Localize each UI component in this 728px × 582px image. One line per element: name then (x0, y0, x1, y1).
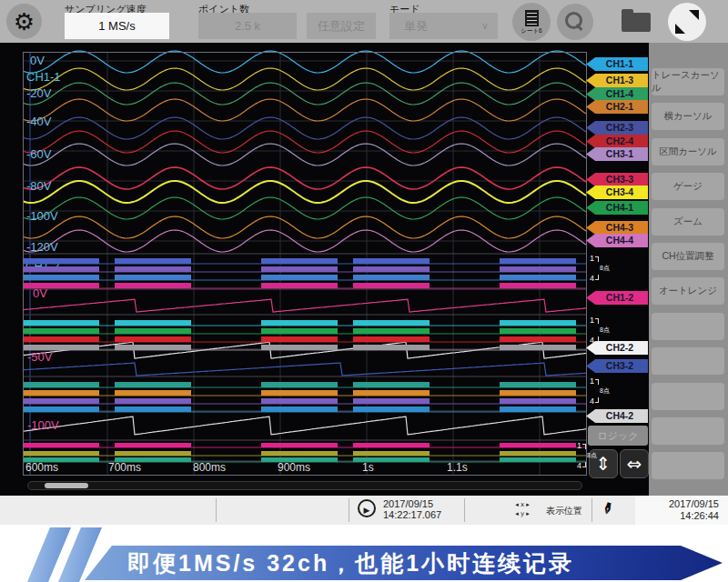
channel-tag-ch1-4[interactable]: CH1-4 (586, 87, 648, 101)
statusbar-separator (592, 498, 592, 522)
channel-tag-ch3-2[interactable]: CH3-2 (586, 359, 648, 373)
banner-text: 即便1MS/s 32ch，也能1小时连续记录 (127, 546, 574, 580)
logic-high-bar (353, 328, 430, 334)
logic-high-bar (23, 443, 99, 447)
x-axis-label: x (521, 501, 524, 508)
scale-label: -60V (26, 147, 52, 161)
trigger-time: 14:22:17.067 (383, 509, 441, 520)
logic-high-bar (500, 382, 576, 387)
logic-high-bar (261, 451, 338, 456)
mode-select[interactable]: 単発 ∨ (389, 13, 498, 39)
sheet-button[interactable]: シート6 (512, 3, 551, 41)
fullscreen-button[interactable] (668, 3, 706, 41)
logic-high-bar (500, 266, 576, 272)
sampling-rate-value[interactable]: 1 MS/s (65, 13, 169, 39)
channel-tag-ch3-3[interactable]: CH3-3 (586, 173, 648, 186)
channel-tag-ch1-3[interactable]: CH1-3 (586, 74, 648, 87)
scale-label: -20V (26, 86, 52, 100)
sine-wave-CH1-1 (24, 51, 586, 73)
logic-high-bar (353, 382, 430, 387)
recorder-screen: ⚙ サンプリング速度 1 MS/s ポイント数 2.5 k 任意設定 モード 単… (0, 0, 728, 582)
sidebar-button-ズーム[interactable]: ズーム (652, 208, 724, 236)
logic-high-bar (500, 275, 576, 280)
scrollbar-thumb[interactable] (45, 483, 88, 488)
channel-tag-ch2-3[interactable]: CH2-3 (586, 121, 648, 135)
sheets-icon (525, 10, 539, 26)
sidebar-button-区間カーソル[interactable]: 区間カーソル (652, 138, 724, 166)
logic-high-bar (500, 443, 576, 447)
statusbar-separator (216, 498, 217, 522)
logic-high-bar (115, 328, 191, 334)
sidebar-button-blank[interactable] (652, 383, 724, 410)
logic-high-bar (353, 266, 430, 272)
clock-date: 2017/09/15 (669, 498, 719, 510)
sidebar-button-blank[interactable] (652, 347, 724, 375)
channel-tag-ch4-1[interactable]: CH4-1 (586, 201, 648, 215)
horizontal-scrollbar[interactable] (27, 481, 582, 490)
logic-high-bar (115, 345, 191, 350)
sine-wave-CH4-3 (24, 216, 586, 238)
horizontal-scroll-button[interactable]: ⇔ (620, 449, 649, 478)
search-button[interactable] (557, 4, 593, 40)
y-axis-label: y (521, 510, 524, 517)
logic-high-bar (23, 283, 99, 288)
channel-tag-ch1-1[interactable]: CH1-1 (586, 57, 648, 71)
waveform-plot: 0VCH1-1-20V-40V-60V-80V-100V-120VCH1-20V… (23, 45, 587, 480)
gear-icon: ⚙ (14, 10, 35, 34)
points-value[interactable]: 2.5 k (198, 13, 297, 39)
logic-high-bar (115, 266, 191, 272)
logic-high-bar (23, 275, 99, 280)
logic-high-bar (115, 451, 191, 456)
scale-label: -50V (27, 350, 53, 364)
sidebar-button-CH位置調整[interactable]: CH位置調整 (652, 243, 724, 270)
channel-tag-ch1-2[interactable]: CH1-2 (586, 291, 648, 305)
channel-tag-ch4-4[interactable]: CH4-4 (586, 234, 648, 247)
sidebar-button-ゲージ[interactable]: ゲージ (652, 173, 724, 200)
logic-high-bar (500, 336, 576, 342)
xy-position-icon: ◂ x ▸ ◂ y ▸ (506, 500, 539, 520)
channel-tag-ch4-3[interactable]: CH4-3 (586, 221, 648, 235)
channel-tag-ch4-2[interactable]: CH4-2 (586, 409, 648, 423)
arbitrary-setting-button[interactable]: 任意設定 (307, 13, 376, 39)
logic-high-bar (353, 398, 430, 404)
logic-high-bar (353, 275, 430, 280)
time-axis-label: 600ms (25, 461, 58, 474)
folder-button[interactable] (622, 13, 651, 32)
sidebar-button-オートレンジ[interactable]: オートレンジ (652, 277, 724, 305)
sidebar-button-blank[interactable] (652, 313, 724, 340)
logic-high-bar (353, 258, 430, 264)
sine-wave-CH3-4 (24, 181, 586, 203)
logic-high-bar (500, 258, 576, 264)
promo-banner: 即便1MS/s 32ch，也能1小时连续记录 (0, 525, 728, 582)
logic-high-bar (261, 390, 338, 396)
sidebar-button-トレースカーソル[interactable]: トレースカーソル (652, 68, 724, 95)
logic-high-bar (115, 283, 191, 288)
sidebar-button-blank[interactable] (652, 417, 724, 445)
logic-high-bar (23, 406, 99, 412)
trigger-play-icon: ▶ (358, 499, 376, 517)
logic-high-bar (261, 398, 338, 404)
scale-label: -100V (27, 418, 59, 432)
logic-high-bar (261, 382, 338, 387)
logic-high-bar (23, 382, 99, 387)
logic-high-bar (500, 345, 576, 350)
logic-high-bar (115, 443, 191, 447)
expand-icon (689, 10, 699, 20)
sidebar-button-blank[interactable] (652, 452, 724, 479)
logic-high-bar (353, 406, 430, 412)
sidebar-button-横カーソル[interactable]: 横カーソル (652, 103, 724, 130)
channel-tag-ch2-4[interactable]: CH2-4 (586, 135, 648, 148)
logic-high-bar (115, 258, 191, 264)
channel-tag-ch3-1[interactable]: CH3-1 (586, 147, 648, 161)
logic-high-bar (353, 390, 430, 396)
logic-high-bar (23, 320, 99, 326)
channel-tag-ch2-2[interactable]: CH2-2 (586, 341, 648, 355)
settings-button[interactable]: ⚙ (6, 4, 42, 39)
sheet-label: シート6 (521, 27, 541, 35)
logic-high-bar (261, 320, 338, 326)
channel-tag-ch3-4[interactable]: CH3-4 (586, 186, 648, 199)
channel-tag-ch2-1[interactable]: CH2-1 (586, 100, 648, 114)
sawtooth-wave-CH1-2 (24, 299, 586, 312)
logic-high-bar (115, 382, 191, 387)
logic-high-bar (353, 451, 430, 456)
